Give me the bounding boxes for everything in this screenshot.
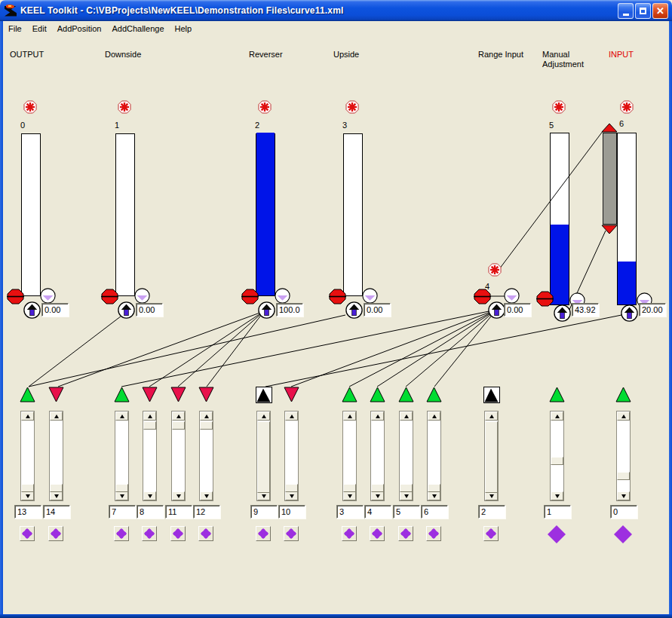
range-top-marker-icon[interactable] <box>601 123 618 133</box>
maximize-button[interactable] <box>635 3 651 19</box>
gauge-value-field[interactable]: 0.00 <box>504 303 531 317</box>
scrollbar-thumb[interactable] <box>617 472 630 480</box>
diamond-button[interactable] <box>142 526 157 541</box>
gauge-bar[interactable] <box>115 133 135 296</box>
slider-value-field[interactable]: 8 <box>137 505 164 519</box>
slider-value-field[interactable]: 10 <box>278 505 305 519</box>
diamond-marker[interactable] <box>547 525 566 544</box>
diamond-button[interactable] <box>426 526 441 541</box>
scrollbar-down-button[interactable] <box>172 491 185 500</box>
challenge-starburst-icon[interactable] <box>345 100 359 114</box>
slider-value-field[interactable]: 7 <box>109 505 136 519</box>
slider-scrollbar[interactable] <box>484 411 499 501</box>
scrollbar-thumb[interactable] <box>343 484 356 492</box>
diamond-button[interactable] <box>48 526 63 541</box>
titlebar[interactable]: KEEL Toolkit - C:\VBProjects\NewKEEL\Dem… <box>0 0 672 21</box>
up-arrow-icon[interactable] <box>621 304 638 322</box>
slider-direction-icon[interactable] <box>398 387 414 402</box>
scrollbar-up-button[interactable] <box>257 411 270 421</box>
slider-scrollbar[interactable] <box>399 411 413 501</box>
slider-direction-icon[interactable] <box>370 387 385 402</box>
slider-scrollbar[interactable] <box>49 411 63 501</box>
slider-direction-icon[interactable] <box>342 387 357 402</box>
diamond-marker[interactable] <box>613 525 633 544</box>
down-indicator-icon[interactable] <box>504 288 520 304</box>
diamond-button[interactable] <box>370 526 385 541</box>
slider-direction-icon[interactable] <box>615 387 631 402</box>
gauge-bar[interactable] <box>21 133 41 296</box>
slider-value-field[interactable]: 11 <box>165 505 192 519</box>
scrollbar-down-button[interactable] <box>21 491 34 500</box>
slider-scrollbar[interactable] <box>284 411 299 501</box>
range-gray-bar[interactable] <box>603 133 617 225</box>
slider-scrollbar[interactable] <box>550 411 564 501</box>
challenge-starburst-icon[interactable] <box>23 100 37 114</box>
gauge-value-field[interactable]: 0.00 <box>136 303 163 317</box>
scrollbar-thumb[interactable] <box>115 484 128 492</box>
diamond-button[interactable] <box>114 526 129 541</box>
scrollbar-thumb[interactable] <box>371 484 384 492</box>
down-indicator-icon[interactable] <box>275 288 290 304</box>
menu-addposition[interactable]: AddPosition <box>52 23 107 35</box>
scrollbar-up-button[interactable] <box>428 411 440 421</box>
gauge-value-field[interactable]: 100.0 <box>276 303 303 317</box>
up-arrow-icon[interactable] <box>554 304 571 322</box>
scrollbar-thumb[interactable] <box>50 484 63 492</box>
scrollbar-down-button[interactable] <box>371 491 384 500</box>
slider-value-field[interactable]: 13 <box>14 505 41 519</box>
scrollbar-thumb[interactable] <box>257 421 270 493</box>
diamond-button[interactable] <box>342 526 357 541</box>
slider-scrollbar[interactable] <box>171 411 186 501</box>
gauge-value-field[interactable]: 0.00 <box>41 303 69 317</box>
challenge-starburst-icon[interactable] <box>488 263 502 277</box>
scrollbar-up-button[interactable] <box>115 411 128 421</box>
up-arrow-icon[interactable] <box>23 301 41 319</box>
scrollbar-thumb[interactable] <box>21 484 34 492</box>
slider-value-field[interactable]: 6 <box>421 505 448 519</box>
slider-value-field[interactable]: 5 <box>393 505 420 519</box>
scrollbar-thumb[interactable] <box>143 421 156 430</box>
range-bottom-marker-icon[interactable] <box>601 225 618 234</box>
scrollbar-up-button[interactable] <box>400 411 413 421</box>
scrollbar-down-button[interactable] <box>428 491 440 500</box>
slider-value-field[interactable]: 3 <box>336 505 364 519</box>
scrollbar-up-button[interactable] <box>485 411 498 421</box>
gauge-bar[interactable] <box>617 133 637 305</box>
diamond-button[interactable] <box>170 526 186 541</box>
slider-direction-icon[interactable] <box>142 387 158 402</box>
slider-value-field[interactable]: 0 <box>610 505 637 519</box>
slider-scrollbar[interactable] <box>256 411 271 501</box>
scrollbar-up-button[interactable] <box>200 411 213 421</box>
up-arrow-icon[interactable] <box>345 301 363 319</box>
slider-value-field[interactable]: 4 <box>364 505 391 519</box>
up-arrow-icon[interactable] <box>488 301 505 319</box>
slider-scrollbar[interactable] <box>342 411 357 501</box>
scrollbar-thumb[interactable] <box>400 484 413 492</box>
up-arrow-icon[interactable] <box>258 301 275 319</box>
down-indicator-icon[interactable] <box>134 288 150 304</box>
diamond-button[interactable] <box>256 526 271 541</box>
challenge-starburst-icon[interactable] <box>552 100 566 114</box>
scrollbar-down-button[interactable] <box>400 491 413 500</box>
challenge-starburst-icon[interactable] <box>258 100 272 114</box>
slider-scrollbar[interactable] <box>427 411 441 501</box>
scrollbar-down-button[interactable] <box>200 491 213 500</box>
diamond-button[interactable] <box>483 526 499 541</box>
slider-direction-icon[interactable] <box>426 387 442 402</box>
scrollbar-down-button[interactable] <box>115 491 128 500</box>
slider-direction-icon[interactable] <box>284 387 299 402</box>
stop-octagon-icon[interactable] <box>329 289 346 304</box>
up-arrow-icon[interactable] <box>118 301 135 319</box>
scrollbar-down-button[interactable] <box>551 491 563 500</box>
scrollbar-up-button[interactable] <box>143 411 156 421</box>
menu-help[interactable]: Help <box>170 23 198 35</box>
stop-octagon-icon[interactable] <box>241 289 259 304</box>
slider-value-field[interactable]: 12 <box>193 505 220 519</box>
diamond-button[interactable] <box>198 526 213 541</box>
diamond-button[interactable] <box>284 526 299 541</box>
slider-direction-icon[interactable] <box>549 387 565 402</box>
scrollbar-down-button[interactable] <box>343 491 356 500</box>
gauge-value-field[interactable]: 43.92 <box>572 303 599 317</box>
slider-scrollbar[interactable] <box>20 411 35 501</box>
diamond-button[interactable] <box>20 526 35 541</box>
